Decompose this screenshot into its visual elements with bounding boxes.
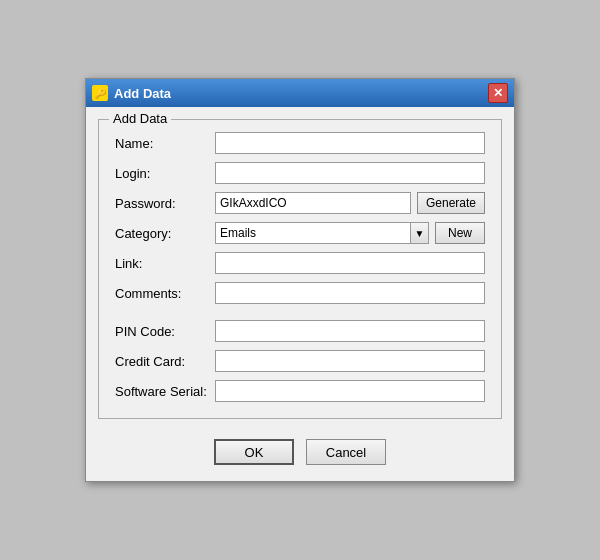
name-input[interactable] xyxy=(215,132,485,154)
serial-label: Software Serial: xyxy=(115,384,215,399)
title-bar: 🔑 Add Data ✕ xyxy=(86,79,514,107)
ok-button[interactable]: OK xyxy=(214,439,294,465)
window-icon: 🔑 xyxy=(92,85,108,101)
link-row: Link: xyxy=(115,252,485,274)
group-title: Add Data xyxy=(109,111,171,126)
link-input[interactable] xyxy=(215,252,485,274)
close-button[interactable]: ✕ xyxy=(488,83,508,103)
credit-row: Credit Card: xyxy=(115,350,485,372)
cancel-button[interactable]: Cancel xyxy=(306,439,386,465)
comments-input[interactable] xyxy=(215,282,485,304)
new-button[interactable]: New xyxy=(435,222,485,244)
window-title: Add Data xyxy=(114,86,171,101)
category-select-wrapper: Emails Banking Social Other ▼ xyxy=(215,222,429,244)
login-label: Login: xyxy=(115,166,215,181)
login-input[interactable] xyxy=(215,162,485,184)
pin-input[interactable] xyxy=(215,320,485,342)
category-row: Category: Emails Banking Social Other ▼ xyxy=(115,222,485,244)
credit-card-input[interactable] xyxy=(215,350,485,372)
button-row: OK Cancel xyxy=(98,431,502,469)
login-row: Login: xyxy=(115,162,485,184)
generate-button[interactable]: Generate xyxy=(417,192,485,214)
password-controls: Generate xyxy=(215,192,485,214)
credit-label: Credit Card: xyxy=(115,354,215,369)
name-row: Name: xyxy=(115,132,485,154)
dropdown-arrow-icon: ▼ xyxy=(410,223,428,243)
add-data-window: 🔑 Add Data ✕ Add Data Name: Login: Passw… xyxy=(85,78,515,482)
comments-label: Comments: xyxy=(115,286,215,301)
group-box: Add Data Name: Login: Password: Generate xyxy=(98,119,502,419)
category-controls: Emails Banking Social Other ▼ New xyxy=(215,222,485,244)
name-label: Name: xyxy=(115,136,215,151)
window-body: Add Data Name: Login: Password: Generate xyxy=(86,107,514,481)
category-label: Category: xyxy=(115,226,215,241)
pin-row: PIN Code: xyxy=(115,320,485,342)
pin-label: PIN Code: xyxy=(115,324,215,339)
password-row: Password: Generate xyxy=(115,192,485,214)
link-label: Link: xyxy=(115,256,215,271)
comments-row: Comments: xyxy=(115,282,485,304)
title-bar-left: 🔑 Add Data xyxy=(92,85,171,101)
category-select[interactable]: Emails Banking Social Other xyxy=(216,223,410,243)
serial-row: Software Serial: xyxy=(115,380,485,402)
password-label: Password: xyxy=(115,196,215,211)
serial-input[interactable] xyxy=(215,380,485,402)
password-input[interactable] xyxy=(215,192,411,214)
